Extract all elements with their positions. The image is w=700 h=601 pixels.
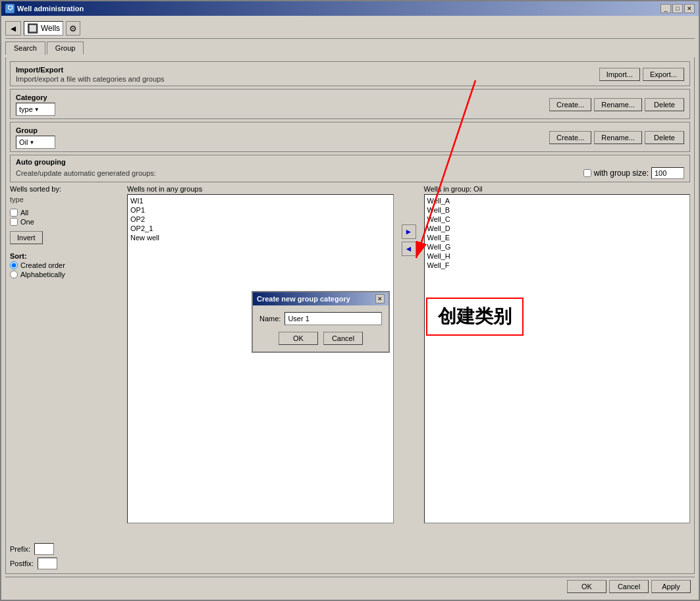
group-rename-button[interactable]: Rename... — [594, 131, 642, 144]
group-section: Group Oil ▼ Create... Rename... Delete — [10, 122, 690, 152]
dialog-cancel-button[interactable]: Cancel — [323, 332, 363, 345]
prefix-input[interactable] — [34, 543, 54, 555]
list-item[interactable]: Well_H — [426, 251, 689, 261]
all-checkbox-row: All — [10, 209, 122, 217]
dialog-ok-button[interactable]: OK — [279, 332, 318, 345]
dialog-name-label: Name: — [259, 315, 281, 323]
group-create-button[interactable]: Create... — [549, 131, 591, 144]
list-item[interactable]: Well_E — [426, 233, 689, 242]
chevron-down-icon: ▼ — [34, 107, 40, 113]
dialog-content: Name: OK Cancel — [253, 305, 389, 352]
category-title: Category — [16, 93, 55, 101]
sort-type: type — [10, 196, 122, 203]
category-dropdown[interactable]: type ▼ — [16, 103, 55, 116]
category-create-button[interactable]: Create... — [549, 98, 591, 111]
list-item[interactable]: Well_D — [426, 224, 689, 233]
minimize-button[interactable]: _ — [660, 4, 671, 13]
list-item[interactable]: Well_G — [426, 242, 689, 251]
alphabetically-radio[interactable] — [10, 271, 18, 278]
group-delete-button[interactable]: Delete — [645, 131, 684, 144]
size-input[interactable] — [651, 167, 684, 179]
prefix-label: Prefix: — [10, 545, 30, 553]
tab-search[interactable]: Search — [5, 41, 45, 55]
group-left: Group Oil ▼ — [16, 126, 55, 149]
group-value: Oil — [19, 138, 28, 146]
alphabetically-label: Alphabetically — [20, 271, 65, 278]
with-group-size-checkbox[interactable] — [583, 169, 591, 177]
cancel-button[interactable]: Cancel — [609, 580, 649, 593]
toolbar: ◄ 🔲 Wells ⚙ — [5, 20, 695, 39]
category-section: Category type ▼ Create... Rename... Dele… — [10, 89, 690, 119]
sort-label: Sort: — [10, 252, 122, 260]
create-group-category-dialog: Create new group category ✕ Name: OK Can… — [252, 291, 390, 353]
dialog-title-bar: Create new group category ✕ — [253, 292, 389, 305]
apply-button[interactable]: Apply — [651, 580, 691, 593]
export-button[interactable]: Export... — [643, 68, 684, 81]
category-buttons: Create... Rename... Delete — [549, 98, 684, 111]
created-order-row: Created order — [10, 261, 122, 269]
main-window: ⛉ Well administration _ □ ✕ ◄ 🔲 Wells ⚙ … — [0, 0, 700, 601]
one-label: One — [20, 218, 34, 226]
wells-in-group-panel: Wells in group: Oil Well_AWell_BWell_CWe… — [424, 185, 691, 523]
close-button[interactable]: ✕ — [684, 4, 695, 13]
group-row: Group Oil ▼ Create... Rename... Delete — [16, 126, 684, 149]
import-export-left: Import/Export Import/export a file with … — [16, 66, 165, 83]
import-export-buttons: Import... Export... — [599, 68, 684, 81]
wells-sorted-label: Wells sorted by: — [10, 185, 122, 193]
main-area: Wells sorted by: type All One Invert — [10, 185, 690, 569]
auto-grouping-subtitle: Create/update automatic generated groups… — [16, 169, 156, 177]
all-checkbox[interactable] — [10, 209, 18, 217]
list-item[interactable]: OP2 — [129, 215, 392, 224]
list-item[interactable]: OP1 — [129, 205, 392, 215]
list-item[interactable]: Well_F — [426, 261, 689, 270]
list-item[interactable]: New well — [129, 233, 392, 242]
dialog-title-text: Create new group category — [257, 295, 350, 303]
list-item[interactable]: Well_A — [426, 196, 689, 205]
toolbar-back-button[interactable]: ◄ — [5, 21, 21, 36]
postfix-input[interactable] — [38, 558, 57, 569]
left-panel: Wells sorted by: type All One Invert — [10, 185, 122, 569]
bottom-bar: OK Cancel Apply — [5, 577, 695, 596]
import-button[interactable]: Import... — [599, 68, 640, 81]
category-value: type — [19, 105, 33, 113]
title-bar: ⛉ Well administration _ □ ✕ — [1, 1, 699, 16]
import-export-section: Import/Export Import/export a file with … — [10, 61, 690, 86]
dialog-name-input[interactable] — [284, 312, 382, 325]
created-order-radio[interactable] — [10, 261, 18, 269]
wells-not-in-group-list[interactable]: WI1OP1OP2OP2_1New well — [127, 194, 394, 523]
tab-group[interactable]: Group — [47, 41, 84, 55]
chevron-down-icon-group: ▼ — [29, 140, 34, 145]
toolbar-gear-button[interactable]: ⚙ — [66, 21, 80, 36]
arrow-buttons: ► ◄ — [399, 224, 419, 256]
move-left-button[interactable]: ◄ — [402, 242, 416, 256]
category-delete-button[interactable]: Delete — [645, 98, 684, 111]
list-item[interactable]: WI1 — [129, 196, 392, 205]
list-panels: Wells not in any groups WI1OP1OP2OP2_1Ne… — [127, 185, 690, 569]
alphabetically-row: Alphabetically — [10, 271, 122, 278]
list-item[interactable]: Well_C — [426, 215, 689, 224]
dialog-close-button[interactable]: ✕ — [375, 294, 385, 303]
chinese-annotation: 创建类别 — [426, 298, 524, 336]
one-checkbox[interactable] — [10, 218, 18, 226]
auto-grouping-title: Auto grouping — [16, 158, 684, 166]
ok-button[interactable]: OK — [567, 580, 606, 593]
tabs: Search Group — [5, 41, 695, 55]
import-export-subtitle: Import/export a file with categories and… — [16, 75, 165, 83]
wells-not-in-group-panel: Wells not in any groups WI1OP1OP2OP2_1Ne… — [127, 185, 394, 523]
one-checkbox-row: One — [10, 218, 122, 226]
list-item[interactable]: Well_B — [426, 205, 689, 215]
radio-group: Created order Alphabetically — [10, 261, 122, 278]
category-left: Category type ▼ — [16, 93, 55, 116]
group-buttons: Create... Rename... Delete — [549, 131, 684, 144]
list-item[interactable]: OP2_1 — [129, 224, 392, 233]
group-dropdown[interactable]: Oil ▼ — [16, 136, 55, 149]
wells-in-group-list[interactable]: Well_AWell_BWell_CWell_DWell_EWell_GWell… — [424, 194, 691, 523]
category-rename-button[interactable]: Rename... — [594, 98, 642, 111]
postfix-row: Postfix: — [10, 558, 122, 569]
title-bar-controls: _ □ ✕ — [660, 4, 695, 13]
invert-button[interactable]: Invert — [10, 231, 43, 244]
maximize-button[interactable]: □ — [672, 4, 683, 13]
toolbar-icon: 🔲 — [27, 23, 38, 34]
with-group-size: with group size: — [583, 167, 684, 179]
move-right-button[interactable]: ► — [402, 224, 416, 239]
